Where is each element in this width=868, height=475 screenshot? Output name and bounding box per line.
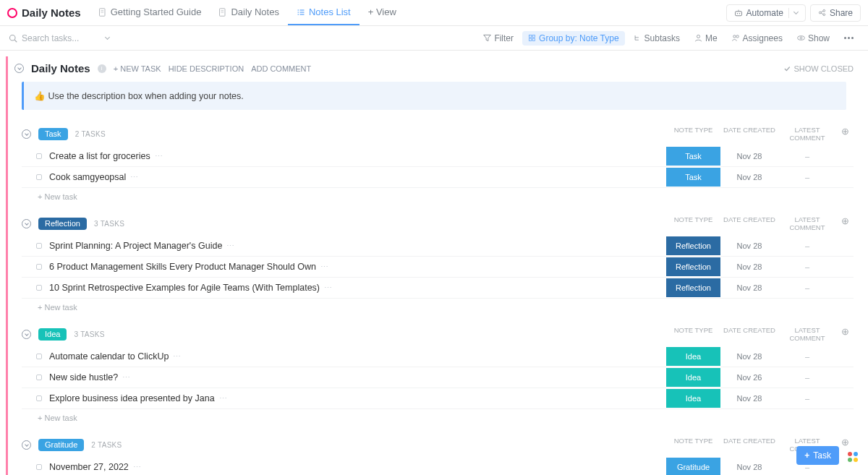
- subtasks-label: Subtasks: [644, 33, 680, 43]
- cell-note-type[interactable]: Reflection: [666, 257, 720, 276]
- task-title[interactable]: 6 Product Management Skills Every Produc…: [49, 262, 666, 272]
- cell-note-type[interactable]: Task: [666, 147, 720, 166]
- show-button[interactable]: Show: [791, 31, 835, 46]
- col-note-type: NOTE TYPE: [666, 126, 720, 142]
- add-comment-button[interactable]: ADD COMMENT: [251, 64, 311, 73]
- group-collapse-toggle[interactable]: [22, 440, 31, 450]
- cell-comment: –: [778, 262, 836, 271]
- info-icon[interactable]: i: [98, 64, 106, 73]
- group-count: 2 TASKS: [91, 441, 122, 449]
- group-collapse-toggle[interactable]: [22, 330, 31, 339]
- table-row[interactable]: 10 Sprint Retrospective Examples for Agi…: [22, 278, 854, 299]
- subtasks-button[interactable]: Subtasks: [628, 31, 686, 46]
- table-row[interactable]: Cook samgyeopsal⋯ Task Nov 28 –: [22, 167, 854, 188]
- status-checkbox[interactable]: [36, 174, 42, 180]
- cell-note-type[interactable]: Idea: [666, 347, 720, 366]
- groupby-button[interactable]: Group by: Note Type: [522, 31, 625, 46]
- add-column-button[interactable]: ⊕: [836, 215, 854, 231]
- hide-description-button[interactable]: HIDE DESCRIPTION: [169, 64, 244, 73]
- person-icon: [694, 34, 702, 42]
- task-title[interactable]: November 27, 2022⋯: [49, 462, 666, 472]
- status-checkbox[interactable]: [36, 464, 42, 470]
- status-checkbox[interactable]: [36, 354, 42, 359]
- cell-note-type[interactable]: Gratitude: [666, 458, 720, 475]
- new-task-row[interactable]: + New task: [22, 409, 854, 424]
- status-checkbox[interactable]: [36, 264, 42, 270]
- task-title[interactable]: New side hustle?⋯: [49, 372, 666, 382]
- chevron-down-icon[interactable]: [105, 35, 110, 40]
- table-row[interactable]: Explore business idea presented by Jana⋯…: [22, 388, 854, 409]
- cell-note-type[interactable]: Reflection: [666, 278, 720, 297]
- edit-hint-icon: ⋯: [226, 241, 234, 250]
- task-title[interactable]: Explore business idea presented by Jana⋯: [49, 393, 666, 403]
- automate-button[interactable]: Automate: [726, 4, 806, 22]
- cell-comment: –: [778, 394, 836, 403]
- svg-point-16: [819, 12, 821, 14]
- tab-add-view[interactable]: + View: [359, 0, 405, 25]
- assignees-label: Assignees: [743, 33, 783, 43]
- svg-rect-24: [529, 35, 531, 37]
- group-collapse-toggle[interactable]: [22, 219, 31, 228]
- tab-daily-notes[interactable]: Daily Notes: [210, 0, 287, 25]
- svg-point-21: [10, 35, 16, 40]
- group-badge[interactable]: Idea: [38, 328, 67, 341]
- cell-note-type[interactable]: Idea: [666, 389, 720, 408]
- table-row[interactable]: 6 Product Management Skills Every Produc…: [22, 257, 854, 278]
- group-badge[interactable]: Gratitude: [38, 439, 84, 451]
- filter-button[interactable]: Filter: [477, 31, 519, 46]
- cell-date: Nov 28: [720, 173, 778, 181]
- group-collapse-toggle[interactable]: [22, 129, 31, 139]
- status-checkbox[interactable]: [36, 153, 42, 159]
- me-button[interactable]: Me: [689, 31, 723, 46]
- cell-note-type[interactable]: Idea: [666, 368, 720, 387]
- cell-note-type[interactable]: Reflection: [666, 236, 720, 255]
- table-row[interactable]: New side hustle?⋯ Idea Nov 26 –: [22, 367, 854, 388]
- status-checkbox[interactable]: [36, 395, 42, 401]
- add-column-button[interactable]: ⊕: [836, 326, 854, 342]
- cell-date: Nov 28: [720, 463, 778, 471]
- me-label: Me: [705, 33, 718, 43]
- filter-label: Filter: [494, 33, 514, 43]
- task-title[interactable]: 10 Sprint Retrospective Examples for Agi…: [49, 283, 666, 293]
- group-badge[interactable]: Task: [38, 128, 68, 140]
- table-row[interactable]: Sprint Planning: A Project Manager's Gui…: [22, 236, 854, 257]
- list-header: Daily Notes i + NEW TASK HIDE DESCRIPTIO…: [0, 58, 868, 79]
- people-icon: [732, 34, 740, 42]
- edit-hint-icon: ⋯: [155, 152, 163, 161]
- table-row[interactable]: Create a list for groceries⋯ Task Nov 28…: [22, 146, 854, 167]
- task-title[interactable]: Sprint Planning: A Project Manager's Gui…: [49, 241, 666, 251]
- table-row[interactable]: November 27, 2022⋯ Gratitude Nov 28 –: [22, 457, 854, 475]
- svg-line-22: [14, 40, 17, 42]
- task-title[interactable]: Automate calendar to ClickUp⋯: [49, 351, 666, 361]
- search-input[interactable]: [22, 33, 101, 43]
- show-closed-button[interactable]: SHOW CLOSED: [783, 64, 854, 73]
- more-button[interactable]: [838, 35, 859, 41]
- table-row[interactable]: Automate calendar to ClickUp⋯ Idea Nov 2…: [22, 346, 854, 367]
- task-title[interactable]: Create a list for groceries⋯: [49, 151, 666, 161]
- group-gratitude: Gratitude 2 TASKS NOTE TYPE DATE CREATED…: [22, 434, 854, 475]
- status-checkbox[interactable]: [36, 375, 42, 380]
- group-badge[interactable]: Reflection: [38, 218, 87, 230]
- svg-point-8: [297, 12, 299, 13]
- cell-date: Nov 28: [720, 152, 778, 161]
- assignees-button[interactable]: Assignees: [726, 31, 788, 46]
- tab-notes-list[interactable]: Notes List: [288, 0, 359, 25]
- share-button[interactable]: Share: [810, 4, 861, 22]
- add-column-button[interactable]: ⊕: [836, 126, 854, 142]
- status-checkbox[interactable]: [36, 243, 42, 249]
- new-task-button[interactable]: + NEW TASK: [114, 64, 161, 73]
- new-task-row[interactable]: + New task: [22, 299, 854, 313]
- cell-date: Nov 28: [720, 241, 778, 250]
- apps-float-button[interactable]: [845, 449, 861, 465]
- new-task-float-button[interactable]: + Task: [796, 446, 839, 465]
- tab-getting-started[interactable]: Getting Started Guide: [90, 0, 210, 25]
- svg-rect-25: [532, 35, 535, 37]
- cell-note-type[interactable]: Task: [666, 168, 720, 187]
- tab-label: + View: [368, 7, 396, 17]
- new-task-row[interactable]: + New task: [22, 188, 854, 202]
- col-date-created: DATE CREATED: [720, 437, 778, 453]
- collapse-toggle[interactable]: [14, 64, 24, 73]
- task-title[interactable]: Cook samgyeopsal⋯: [49, 172, 666, 182]
- status-checkbox[interactable]: [36, 285, 42, 291]
- search-wrap[interactable]: [9, 33, 124, 43]
